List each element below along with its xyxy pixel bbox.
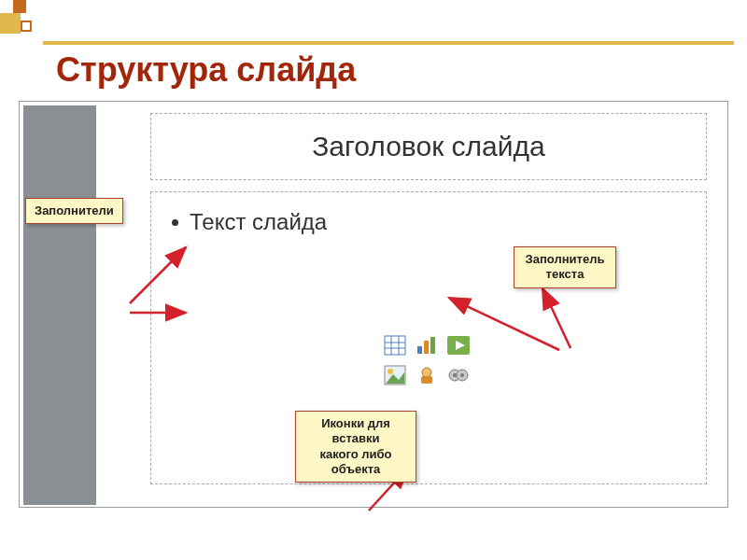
svg-point-17 <box>453 373 457 377</box>
svg-rect-7 <box>430 337 435 354</box>
svg-point-11 <box>388 369 393 374</box>
bullet-row: Текст слайда <box>172 209 685 235</box>
corner-decoration-icon <box>0 0 43 43</box>
svg-rect-6 <box>424 341 429 354</box>
picture-icon[interactable] <box>381 362 409 388</box>
bullet-text: Текст слайда <box>190 209 327 235</box>
callout-placeholders: Заполнители <box>25 198 123 224</box>
title-placeholder-text: Заголовок слайда <box>312 131 545 162</box>
media-icon[interactable] <box>444 362 472 388</box>
svg-rect-0 <box>385 336 405 355</box>
title-placeholder[interactable]: Заголовок слайда <box>150 113 707 180</box>
svg-rect-14 <box>421 376 432 384</box>
callout-insert-icons: Иконки для вставки какого либо объекта <box>295 411 416 483</box>
callout-text-placeholder-label: Заполнитель текста <box>526 252 605 281</box>
svg-point-13 <box>422 368 431 377</box>
clipart-icon[interactable] <box>413 362 441 388</box>
callout-placeholders-label: Заполнители <box>35 203 114 217</box>
accent-line <box>43 41 734 45</box>
page-title: Структура слайда <box>56 50 356 90</box>
left-dark-strip <box>23 105 96 505</box>
content-insert-icons <box>375 332 478 388</box>
chart-icon[interactable] <box>413 332 441 358</box>
bullet-icon <box>172 219 178 226</box>
body-placeholder[interactable]: Текст слайда <box>150 191 707 484</box>
table-icon[interactable] <box>381 332 409 358</box>
smartart-icon[interactable] <box>444 332 472 358</box>
callout-text-placeholder: Заполнитель текста <box>514 246 616 288</box>
callout-insert-icons-label: Иконки для вставки какого либо объекта <box>319 416 391 476</box>
svg-rect-5 <box>417 346 422 354</box>
svg-point-18 <box>460 373 464 377</box>
